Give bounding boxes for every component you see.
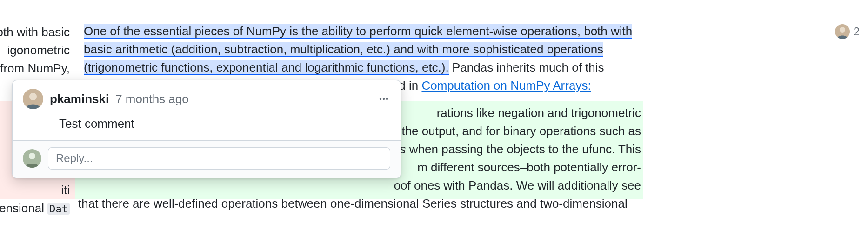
left-line: oth with basic [0, 23, 70, 41]
svg-point-8 [29, 153, 35, 159]
svg-point-3 [29, 93, 37, 100]
para2-frag: oof ones with Pandas. We will additional… [394, 178, 641, 192]
para2-frag: n the output, and for binary operations … [392, 124, 641, 138]
avatar[interactable] [23, 89, 43, 109]
para2-full-line: that there are well-defined operations b… [78, 197, 628, 210]
avatar[interactable] [23, 149, 41, 168]
svg-point-1 [840, 27, 845, 33]
svg-point-4 [380, 98, 381, 100]
reply-row [13, 140, 401, 178]
comment-body: Test comment [13, 109, 401, 140]
thread-count: 2 [854, 25, 860, 38]
svg-point-5 [383, 98, 385, 100]
left-line: igonometric [0, 41, 70, 59]
thread-indicator[interactable]: 2 [835, 24, 860, 39]
left-line: iti [0, 181, 70, 199]
svg-point-6 [386, 98, 388, 100]
comment-author[interactable]: pkaminski [50, 92, 109, 106]
para2-frag: rations like negation and trigonometric [437, 106, 641, 120]
left-line: y from NumPy, [0, 59, 70, 78]
avatar [835, 24, 850, 39]
para2-frag: when passing the objects to the ufunc. T… [406, 142, 641, 156]
more-icon[interactable] [377, 92, 390, 105]
comment-header: pkaminski 7 months ago [13, 80, 401, 109]
left-line: mensional [0, 201, 44, 215]
para2-frag: m different sources–both potentially err… [417, 160, 641, 174]
comment-time: 7 months ago [115, 92, 189, 106]
code-chip: Dat [47, 203, 70, 215]
reply-input[interactable] [48, 147, 390, 170]
comment-popover: pkaminski 7 months ago Test comment [12, 80, 401, 178]
